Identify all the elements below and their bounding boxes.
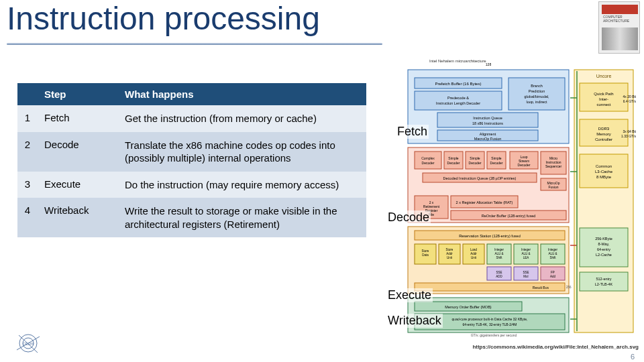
svg-rect-50 [466,152,484,169]
stage-label-execute: Execute [386,288,433,302]
svg-rect-47 [444,152,463,169]
svg-text:Result Bus: Result Bus [533,286,549,290]
steps-table: Step What happens 1 Fetch Get the instru… [17,83,366,237]
cell-step: Fetch [38,105,118,132]
svg-text:Prefetch Buffer (16 Bytes): Prefetch Buffer (16 Bytes) [435,82,482,86]
cell-step: Execute [38,172,118,198]
stage-label-fetch: Fetch [396,125,429,139]
svg-text:8-Way,: 8-Way, [598,242,610,246]
svg-text:MacroOp Fusion: MacroOp Fusion [474,137,502,141]
svg-text:Simple: Simple [448,156,459,160]
th-desc: What happens [118,83,366,105]
table-row: 1 Fetch Get the instruction (from memory… [17,105,366,132]
svg-text:GT/s: gigatransfers per second: GT/s: gigatransfers per second [471,333,517,337]
svg-text:connect: connect [596,103,610,107]
book-image [602,27,638,50]
svg-text:Sequencer: Sequencer [545,164,562,168]
svg-text:quad-core processor built-in D: quad-core processor built-in Data Cache … [452,317,528,321]
svg-text:Integer: Integer [494,248,504,251]
svg-text:Reservation Station (128-entry: Reservation Station (128-entry) fused [459,234,520,238]
svg-text:2 x Register Allocation Table : 2 x Register Allocation Table (RAT) [456,200,513,204]
table-row: 2 Decode Translate the x86 machine codes… [17,132,366,172]
svg-text:512-entry: 512-entry [596,277,611,281]
svg-text:ADD: ADD [496,275,502,278]
svg-text:256-KByte: 256-KByte [595,237,612,241]
svg-text:L2-Cache: L2-Cache [596,253,612,257]
svg-text:Store: Store [446,248,453,251]
svg-text:Complex: Complex [421,156,435,160]
svg-rect-22 [580,272,628,291]
svg-text:Integer: Integer [548,248,558,251]
svg-text:Memory: Memory [596,132,611,136]
svg-text:Store: Store [422,249,429,253]
cell-num: 2 [17,132,38,172]
svg-text:SSE: SSE [496,271,502,274]
table-row: 4 Writeback Write the result to storage … [17,198,366,237]
cell-num: 4 [17,198,38,237]
svg-text:Unit: Unit [471,256,477,259]
uncore-label: Uncore [596,74,612,78]
cern-logo: CERN [15,330,42,357]
svg-text:global/bimodal,: global/bimodal, [525,95,549,99]
svg-rect-53 [487,152,506,169]
svg-text:Prediction: Prediction [529,89,545,93]
svg-text:18 x86 Instructions: 18 x86 Instructions [472,121,503,125]
svg-text:Add: Add [550,275,556,278]
svg-text:Common: Common [596,164,612,168]
svg-text:loop, indirect: loop, indirect [526,100,547,104]
svg-rect-32 [508,78,565,110]
svg-text:Instruction Queue: Instruction Queue [473,116,502,120]
page-number: 6 [631,353,635,361]
page-title: Instruction processing [7,0,320,37]
svg-text:SSE: SSE [523,271,529,274]
svg-text:64-entry: 64-entry [597,247,610,251]
svg-text:Decoder: Decoder [447,161,460,165]
svg-text:Quick Path: Quick Path [594,92,613,96]
svg-text:ALU &: ALU & [494,252,503,255]
svg-text:Load: Load [470,248,478,251]
svg-text:ALU &: ALU & [548,252,557,255]
svg-text:Fusion: Fusion [548,185,558,189]
svg-text:Decoder: Decoder [518,163,531,167]
cell-desc: Translate the x86 machine codes op codes… [118,132,366,172]
svg-text:L2-TLB-4K: L2-TLB-4K [595,282,613,286]
svg-text:Mul: Mul [523,275,528,278]
svg-text:256: 256 [566,286,572,289]
svg-text:64-entry TLB-4K, 32-entry TLB-: 64-entry TLB-4K, 32-entry TLB-2/4M [463,322,517,326]
cell-step: Decode [38,132,118,172]
svg-text:Addr: Addr [446,252,453,255]
cell-desc: Do the instruction (may require memory a… [118,172,366,198]
svg-text:Data: Data [422,253,429,257]
svg-rect-29 [415,91,502,110]
book-title: COMPUTER ARCHITECTURE [603,15,639,23]
stage-label-writeback: Writeback [386,314,443,328]
svg-text:128: 128 [486,62,492,66]
svg-text:Predecode &: Predecode & [447,96,469,100]
table-header-row: Step What happens [17,83,366,105]
svg-text:Shift: Shift [549,256,556,259]
svg-text:Alignment: Alignment [480,132,496,136]
svg-text:CERN: CERN [22,342,34,346]
svg-text:Instruction Length Decoder: Instruction Length Decoder [436,101,480,105]
svg-text:Decoder: Decoder [469,161,482,165]
svg-text:DDR3: DDR3 [598,127,610,131]
book-thumbnail: COMPUTER ARCHITECTURE [598,1,640,54]
svg-text:ReOrder Buffer (128-entry) fus: ReOrder Buffer (128-entry) fused [482,214,536,218]
svg-text:Addr: Addr [470,252,477,255]
svg-text:Decoder: Decoder [490,161,503,165]
table-row: 3 Execute Do the instruction (may requir… [17,172,366,198]
svg-text:L3-Cache: L3-Cache [595,170,613,174]
svg-text:Shift: Shift [496,256,502,259]
svg-text:Inter-: Inter- [599,97,608,101]
th-num [17,83,38,105]
svg-text:8 MByte: 8 MByte [596,175,612,179]
svg-text:4x 20 Bit: 4x 20 Bit [623,95,637,99]
th-step: Step [38,83,118,105]
svg-text:Simple: Simple [491,156,502,160]
cell-desc: Get the instruction (from memory or cach… [118,105,366,132]
svg-text:1.33 GT/s: 1.33 GT/s [621,134,636,138]
cell-num: 3 [17,172,38,198]
svg-text:Integer: Integer [521,248,531,251]
svg-text:ALU &: ALU & [521,252,530,255]
svg-text:Decoded Instruction Queue (28 : Decoded Instruction Queue (28 µOP entrie… [443,176,517,180]
